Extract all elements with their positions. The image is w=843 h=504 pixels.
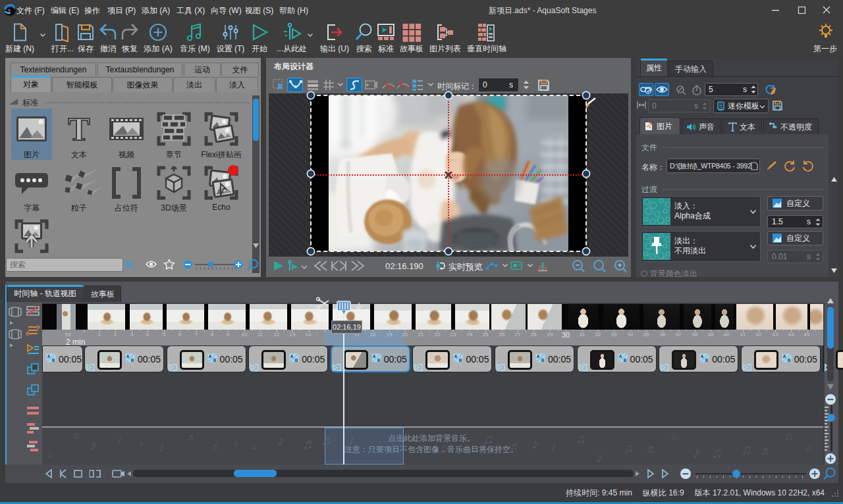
svg-text:B: B [213,358,216,363]
svg-text:A: A [454,354,458,359]
svg-text:B: B [131,358,134,363]
svg-text:A: A [208,354,211,359]
svg-text:B: B [52,358,55,363]
svg-text:A: A [701,354,704,359]
svg-text:A: A [372,354,375,359]
svg-text:B: B [377,358,380,363]
svg-text:A: A [290,354,294,359]
svg-text:A: A [537,354,540,359]
svg-text:B: B [541,358,545,363]
svg-text:B: B [787,358,790,363]
svg-text:T: T [68,111,90,147]
svg-text:B: B [705,358,709,363]
svg-text:B: B [295,358,298,363]
svg-text:B: B [623,358,626,363]
svg-text:A: A [618,354,622,359]
svg-text:A: A [782,354,786,359]
svg-text:A: A [47,354,51,359]
svg-text:A: A [126,354,130,359]
svg-text:B: B [459,358,462,363]
